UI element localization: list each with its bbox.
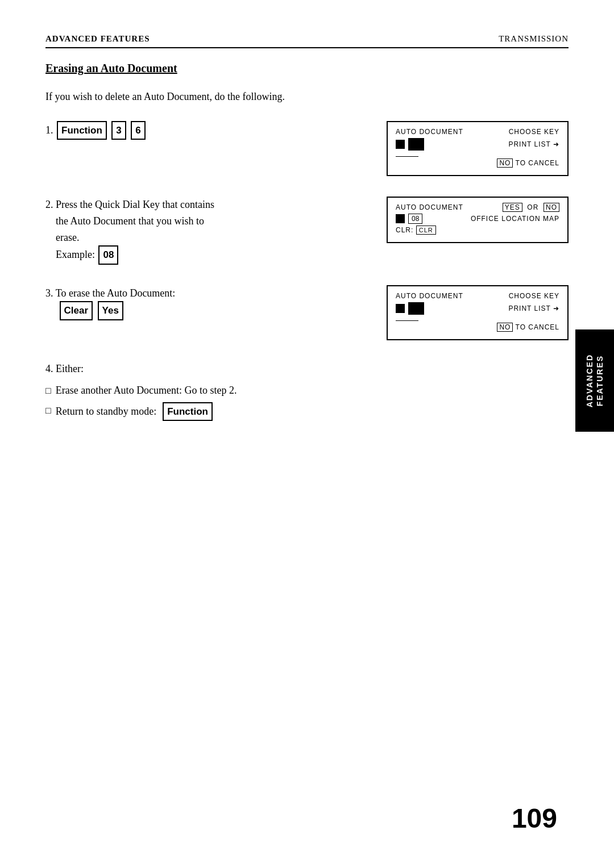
step-2-left: 2. Press the Quick Dial Key that contain… (45, 197, 387, 265)
step-3-left: 3. To erase the Auto Document: Clear Yes (45, 285, 387, 320)
lcd-row-3-2: PRINT LIST ➜ (396, 302, 559, 315)
lcd-print-list-3: PRINT LIST ➜ (508, 304, 559, 312)
lcd-clr-box-2: CLR (416, 226, 436, 235)
lcd-box-2: AUTO DOCUMENT YES OR NO 08 OFFICE LOCATI… (387, 197, 569, 243)
lcd-underline-1 (396, 156, 418, 157)
step-1-text: 1. Function 3 6 (45, 121, 364, 140)
main-content: 1. Function 3 6 AUTO DOCUMENT CHOOSE KEY (45, 121, 569, 445)
page-header: ADVANCED FEATURES TRANSMISSION (45, 34, 569, 48)
lcd-no-box-3: NO (497, 323, 513, 332)
step-2-lcd: AUTO DOCUMENT YES OR NO 08 OFFICE LOCATI… (387, 197, 569, 243)
header-right: TRANSMISSION (499, 34, 569, 44)
sidebar-tab-text: ADVANCED FEATURES (584, 354, 605, 407)
lcd-row-2-3: CLR: CLR (396, 226, 559, 234)
step-4-left: 4. Either: □ Erase another Auto Document… (45, 361, 387, 425)
key-3: 3 (111, 121, 126, 140)
function-key-1: Function (57, 121, 107, 140)
lcd-row-2-2: 08 OFFICE LOCATION MAP (396, 214, 559, 224)
lcd-no-box-2: NO (544, 203, 559, 212)
lcd-yes-box-2: YES (503, 203, 522, 212)
lcd-no-cancel-1: NO TO CANCEL (497, 159, 559, 167)
lcd-box-3: AUTO DOCUMENT CHOOSE KEY PRINT LIST ➜ NO… (387, 285, 569, 340)
lcd-icon-row-2: 08 (396, 214, 422, 224)
step-1-lcd: AUTO DOCUMENT CHOOSE KEY PRINT LIST ➜ NO… (387, 121, 569, 176)
lcd-box-1: AUTO DOCUMENT CHOOSE KEY PRINT LIST ➜ NO… (387, 121, 569, 176)
checkbox-2-symbol: □ (45, 403, 51, 418)
lcd-row-2-1: AUTO DOCUMENT YES OR NO (396, 203, 559, 211)
step-3-lcd: AUTO DOCUMENT CHOOSE KEY PRINT LIST ➜ NO… (387, 285, 569, 340)
sidebar-line1: ADVANCED (585, 354, 594, 407)
step-4-text: 4. Either: □ Erase another Auto Document… (45, 361, 364, 422)
lcd-underline-3 (396, 320, 418, 321)
lcd-big-square-1 (408, 138, 424, 151)
lcd-no-box-1: NO (497, 158, 513, 168)
lcd-clr-label-2: CLR: CLR (396, 226, 436, 234)
section-title: Erasing an Auto Document (45, 62, 569, 75)
lcd-row-1-3: NO TO CANCEL (396, 159, 559, 167)
lcd-no-cancel-3: NO TO CANCEL (497, 323, 559, 331)
step-1-row: 1. Function 3 6 AUTO DOCUMENT CHOOSE KEY (45, 121, 569, 176)
example-key-08: 08 (98, 245, 118, 264)
lcd-big-square-3 (408, 302, 424, 315)
step-4-number: 4. Either: (45, 363, 84, 374)
yes-key-3: Yes (98, 301, 123, 320)
sidebar-tab: ADVANCED FEATURES (575, 329, 614, 432)
lcd-auto-doc-3: AUTO DOCUMENT (396, 292, 463, 300)
sidebar-line2: FEATURES (595, 355, 604, 406)
intro-text: If you wish to delete an Auto Document, … (45, 91, 569, 103)
bullet-2-text: Return to standby mode: Function (56, 402, 214, 421)
step-3-text: 3. To erase the Auto Document: Clear Yes (45, 285, 364, 320)
step-2-text: 2. Press the Quick Dial Key that contain… (45, 197, 364, 265)
bullet-1: □ Erase another Auto Document: Go to ste… (45, 382, 364, 399)
bullet-2: □ Return to standby mode: Function (45, 402, 364, 421)
step-3-row: 3. To erase the Auto Document: Clear Yes… (45, 285, 569, 340)
lcd-08-value: 08 (408, 214, 422, 224)
lcd-print-list-1: PRINT LIST ➜ (508, 140, 559, 148)
lcd-row-3-3: NO TO CANCEL (396, 323, 559, 331)
step-4-row: 4. Either: □ Erase another Auto Document… (45, 361, 569, 425)
page-number: 109 (512, 803, 557, 834)
checkbox-1-symbol: □ (45, 383, 51, 398)
lcd-auto-doc-2: AUTO DOCUMENT (396, 203, 463, 211)
step-2-row: 2. Press the Quick Dial Key that contain… (45, 197, 569, 265)
lcd-icon-row-1 (396, 138, 424, 151)
lcd-row-1-2: PRINT LIST ➜ (396, 138, 559, 151)
step-1-left: 1. Function 3 6 (45, 121, 387, 140)
lcd-office-loc-2: OFFICE LOCATION MAP (471, 215, 559, 223)
step-1-number: 1. (45, 124, 56, 136)
function-key-4: Function (163, 402, 213, 421)
lcd-icon-row-3 (396, 302, 424, 315)
key-6: 6 (131, 121, 145, 140)
lcd-choose-key-1: CHOOSE KEY (509, 128, 559, 136)
lcd-yes-or-no-2: YES OR NO (503, 203, 559, 211)
step-2-number: 2. Press the Quick Dial Key that contain… (45, 199, 214, 260)
lcd-small-square-1 (396, 140, 405, 149)
header-left: ADVANCED FEATURES (45, 34, 150, 44)
lcd-small-square-2 (396, 214, 405, 223)
lcd-row-1-1: AUTO DOCUMENT CHOOSE KEY (396, 128, 559, 136)
clear-key-3: Clear (60, 301, 93, 320)
lcd-choose-key-3: CHOOSE KEY (509, 292, 559, 300)
bullet-1-text: Erase another Auto Document: Go to step … (56, 382, 237, 399)
lcd-small-square-3 (396, 304, 405, 313)
page-container: ADVANCED FEATURES TRANSMISSION Erasing a… (0, 0, 614, 868)
lcd-row-3-1: AUTO DOCUMENT CHOOSE KEY (396, 292, 559, 300)
lcd-auto-doc-1: AUTO DOCUMENT (396, 128, 463, 136)
